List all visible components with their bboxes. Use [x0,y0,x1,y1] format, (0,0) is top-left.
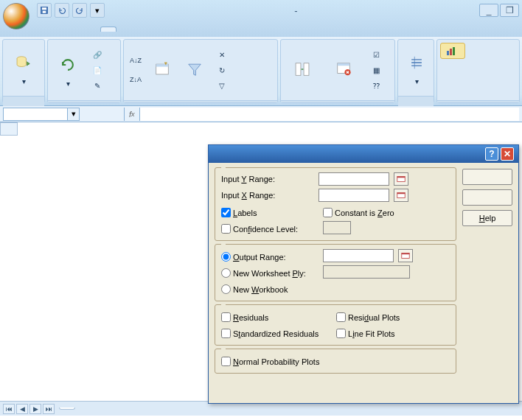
fx-button[interactable]: fx [124,108,140,121]
normal-prob-checkbox[interactable] [221,357,231,366]
svg-rect-11 [447,51,449,55]
office-button[interactable] [3,3,29,29]
outline-button[interactable]: ▾ [401,41,432,94]
remove-dup-icon [335,61,352,77]
minimize-button[interactable]: _ [479,4,498,17]
chart-icon [445,45,457,57]
name-box-dropdown[interactable]: ▾ [68,108,80,121]
title-bar: ▾ - _ ❐ [0,0,522,21]
save-icon[interactable] [37,3,52,18]
residual-plots-checkbox[interactable] [336,312,346,322]
std-residuals-checkbox[interactable] [221,329,231,338]
data-analysis-button[interactable] [440,43,465,59]
refedit-x-button[interactable] [394,189,408,202]
analysis-group-label [437,100,519,102]
sort-icon [154,61,170,77]
cancel-button[interactable] [462,189,512,206]
sort-asc-icon: A↓Z [130,57,142,64]
refresh-icon [60,57,76,73]
clear-icon: ✕ [216,49,228,60]
connections-button[interactable]: 🔗 [88,47,107,62]
properties-button[interactable]: 📄 [88,63,107,77]
svg-rect-2 [43,11,46,13]
confidence-checkbox[interactable] [221,224,231,234]
tab-home[interactable] [35,27,50,31]
restore-button[interactable]: ❐ [500,4,519,17]
svg-rect-5 [156,64,169,66]
reapply-icon: ↻ [216,64,228,76]
residuals-checkbox[interactable] [221,312,231,322]
tab-insert[interactable] [52,27,66,31]
qat-customize-icon[interactable]: ▾ [90,3,105,18]
residuals-fieldset: Residuals Residual Plots Standardized Re… [215,304,456,346]
svg-rect-13 [453,47,455,55]
input-x-range[interactable] [319,189,389,202]
line-fit-checkbox[interactable] [336,329,346,338]
formula-bar-row: ▾ fx [0,106,522,122]
quick-access-toolbar: ▾ [37,3,105,18]
next-sheet-button[interactable]: ▶ [29,404,41,414]
svg-rect-6 [296,63,301,76]
refresh-all-button[interactable]: ▾ [51,43,85,97]
name-box[interactable] [3,108,68,121]
svg-rect-19 [402,253,410,255]
advanced-filter-button[interactable]: ▽ [212,78,233,93]
connections-group-label [48,100,120,102]
redo-icon[interactable] [72,3,87,18]
collapse-dialog-icon [396,174,406,184]
help-button[interactable]: Help [462,210,512,226]
text-columns-icon [294,61,310,77]
sort-asc-button[interactable]: A↓Z [127,52,145,69]
refedit-y-button[interactable] [394,172,408,186]
get-external-data-button[interactable]: ▾ [6,41,41,94]
labels-checkbox[interactable] [221,208,231,217]
ribbon-tabs [0,21,522,37]
confidence-level-input [323,221,351,234]
input-y-label: Input Y Range: [221,175,314,183]
input-x-label: Input X Range: [221,191,314,200]
refedit-output-button[interactable] [398,249,413,262]
prev-sheet-button[interactable]: ◀ [16,404,28,414]
dialog-help-icon[interactable]: ? [485,147,498,161]
input-y-range[interactable] [319,172,389,186]
dialog-titlebar[interactable]: ? ✕ [209,145,518,163]
svg-rect-9 [338,63,350,66]
edit-links-button[interactable]: ✎ [88,78,107,93]
sort-button[interactable] [147,43,177,97]
tab-data[interactable] [100,27,116,32]
ok-button[interactable] [462,169,512,185]
output-fieldset: Output Range: New Worksheet Ply: New Wor… [215,244,456,301]
new-worksheet-radio[interactable] [221,268,231,278]
tab-review[interactable] [118,27,133,31]
tab-view[interactable] [134,27,149,31]
consolidate-button[interactable]: ▦ [366,63,386,77]
filter-button[interactable] [180,43,209,97]
data-tools-group-label [281,100,394,102]
svg-rect-17 [397,193,406,195]
outline-icon [408,55,425,71]
window-title: - [105,5,479,16]
remove-duplicates-button[interactable] [324,43,363,97]
reapply-button[interactable]: ↻ [212,63,233,77]
clear-filter-button[interactable]: ✕ [212,47,233,62]
tab-page-layout[interactable] [68,27,83,31]
last-sheet-button[interactable]: ⏭ [43,404,55,414]
tab-formulas[interactable] [84,27,99,31]
sheet-tab-cars[interactable] [59,407,75,410]
new-worksheet-input [323,265,410,279]
data-validation-button[interactable]: ☑ [366,47,386,62]
new-workbook-radio[interactable] [221,284,231,294]
input-fieldset: Input Y Range: Input X Range: Labels Con… [215,167,456,241]
select-all-corner[interactable] [0,122,18,136]
what-if-button[interactable]: ⁇ [366,78,386,93]
undo-icon[interactable] [55,3,69,18]
constant-zero-checkbox[interactable] [323,208,333,217]
first-sheet-button[interactable]: ⏮ [3,404,15,414]
formula-bar[interactable] [140,108,519,121]
dialog-close-button[interactable]: ✕ [501,147,514,161]
svg-rect-12 [450,49,452,55]
sort-desc-button[interactable]: Z↓A [127,71,145,88]
text-to-columns-button[interactable] [284,43,321,97]
output-range-radio[interactable] [221,252,231,262]
output-range-input[interactable] [323,249,394,262]
